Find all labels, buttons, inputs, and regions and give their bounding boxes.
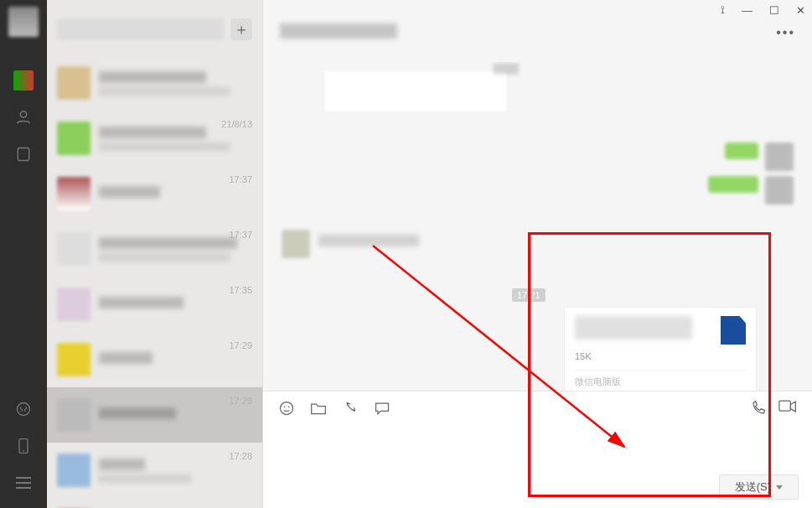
new-chat-button[interactable]: ＋ (230, 18, 252, 40)
message-out[interactable] (282, 176, 794, 205)
chat-item[interactable]: 17:37 (47, 221, 262, 277)
chat-time: 17:37 (229, 174, 252, 184)
chat-more-icon[interactable]: ••• (776, 20, 795, 40)
message-out[interactable] (282, 143, 794, 171)
favorites-icon[interactable] (13, 144, 34, 164)
chat-item[interactable]: 17:29 (47, 387, 262, 443)
svg-point-4 (23, 450, 24, 452)
file-name (575, 316, 692, 340)
chat-item[interactable]: 17:37 (47, 166, 262, 221)
chat-tab-icon[interactable] (13, 70, 34, 91)
file-type-icon (721, 316, 746, 345)
my-avatar[interactable] (8, 7, 39, 37)
screenshot-icon[interactable] (342, 400, 359, 417)
chat-title (280, 23, 397, 39)
main-panel: ⟟ ― ☐ ✕ ••• 17:21 15K 微信电脑版 (263, 0, 812, 508)
send-button[interactable]: 发送(S) (719, 474, 799, 500)
compose-area[interactable]: 发送(S) (263, 391, 812, 508)
pin-icon[interactable]: ⟟ (721, 3, 725, 17)
svg-rect-8 (779, 401, 791, 411)
message-area: 17:21 15K 微信电脑版 17:26 (263, 62, 812, 391)
chat-list-sidebar: ＋ 21/8/13 17:37 17:37 17:35 17:29 17:29 … (47, 0, 263, 508)
quoted-card[interactable] (323, 70, 508, 112)
chat-time: 17:29 (229, 340, 252, 350)
timestamp-chip: 17:21 (512, 288, 546, 302)
phone-icon[interactable] (13, 436, 34, 456)
file-size: 15K (575, 351, 746, 361)
chat-item[interactable]: 21/8/13 (47, 111, 262, 166)
video-call-icon[interactable] (778, 400, 797, 417)
minimize-icon[interactable]: ― (742, 4, 753, 17)
chat-item[interactable]: 17:29 (47, 332, 262, 387)
miniprogram-icon[interactable] (13, 399, 34, 419)
chat-history-icon[interactable] (374, 401, 390, 416)
svg-point-2 (18, 403, 30, 416)
chat-item[interactable]: 17:35 (47, 277, 262, 332)
svg-rect-1 (18, 148, 28, 161)
window-controls: ⟟ ― ☐ ✕ (263, 0, 812, 20)
chat-time: 17:37 (229, 230, 252, 240)
maximize-icon[interactable]: ☐ (769, 4, 779, 17)
search-input[interactable] (57, 18, 224, 40)
file-message[interactable]: 15K 微信电脑版 (564, 307, 757, 391)
menu-icon[interactable] (13, 473, 34, 493)
file-source: 微信电脑版 (575, 370, 746, 388)
svg-point-7 (288, 407, 290, 408)
chat-list: 21/8/13 17:37 17:37 17:35 17:29 17:29 17… (47, 55, 262, 508)
chat-item[interactable] (47, 498, 262, 508)
svg-point-5 (281, 402, 293, 415)
svg-point-0 (20, 111, 26, 117)
app-window: ＋ 21/8/13 17:37 17:37 17:35 17:29 17:29 … (0, 0, 812, 508)
message-in[interactable] (282, 230, 794, 258)
nav-rail (0, 0, 47, 508)
chat-time: 21/8/13 (221, 119, 252, 129)
emoji-icon[interactable] (278, 400, 295, 417)
chat-item[interactable]: 17:28 (47, 443, 262, 498)
chat-item[interactable] (47, 55, 262, 111)
chat-time: 17:28 (229, 451, 252, 461)
folder-icon[interactable] (310, 401, 327, 416)
voice-call-icon[interactable] (750, 400, 767, 417)
chat-time: 17:29 (229, 396, 252, 406)
close-icon[interactable]: ✕ (796, 4, 805, 17)
contacts-icon[interactable] (13, 107, 34, 127)
chat-time: 17:35 (229, 285, 252, 295)
svg-point-6 (284, 407, 286, 408)
